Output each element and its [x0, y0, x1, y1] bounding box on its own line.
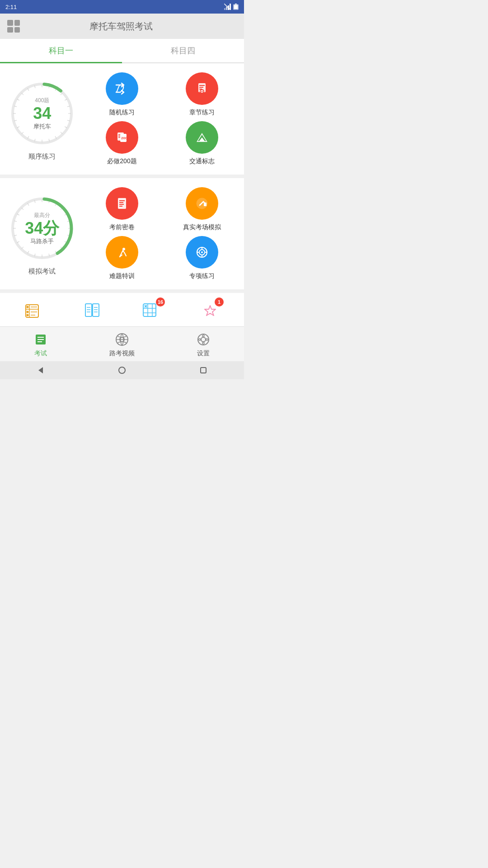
home-button[interactable] — [114, 362, 130, 378]
svg-rect-35 — [199, 85, 205, 86]
traffic-sign-label: 交通标志 — [189, 157, 215, 165]
svg-rect-82 — [204, 203, 206, 206]
nav-road-video-label: 路考视频 — [109, 349, 135, 358]
menu-icon[interactable] — [7, 20, 20, 33]
svg-text:200: 200 — [121, 136, 127, 140]
svg-rect-100 — [85, 304, 92, 316]
favorites-icon-box: 1 — [199, 300, 221, 322]
svg-point-86 — [201, 251, 203, 253]
tab-subject1[interactable]: 科目一 — [0, 39, 122, 62]
svg-point-129 — [119, 367, 125, 373]
bottom-nav: 考试 路考视频 设置 — [0, 326, 244, 361]
notes-tool[interactable] — [82, 300, 103, 322]
svg-rect-53 — [119, 204, 124, 205]
svg-point-125 — [206, 339, 208, 340]
svg-marker-128 — [38, 367, 43, 373]
nav-exam[interactable]: 考试 — [0, 327, 81, 361]
real-exam-item[interactable]: 真实考场模拟 — [164, 187, 239, 231]
practice-dial-caption: 顺序练习 — [28, 152, 56, 161]
svg-point-96 — [27, 314, 29, 316]
hard-training-icon — [106, 236, 138, 269]
svg-rect-52 — [119, 202, 123, 203]
chapter-practice-item[interactable]: 章节练习 — [164, 72, 239, 117]
random-label: 随机练习 — [109, 108, 135, 117]
favorites-badge: 1 — [215, 297, 224, 307]
svg-line-30 — [22, 132, 23, 134]
chapter-label: 章节练习 — [189, 108, 215, 117]
exam-grid: 考前密卷 — [5, 187, 239, 280]
status-icons — [224, 4, 239, 10]
exam-dial[interactable]: 最高分 34分 马路杀手 模拟考试 — [5, 192, 80, 276]
page-title: 摩托车驾照考试 — [20, 20, 222, 33]
status-time: 2:11 — [5, 4, 17, 10]
nav-exam-label: 考试 — [34, 349, 47, 358]
svg-rect-1 — [226, 7, 227, 10]
svg-point-122 — [198, 334, 209, 345]
random-icon — [106, 72, 138, 105]
tab-subject4[interactable]: 科目四 — [122, 39, 244, 62]
wrong-questions-badge: 16 — [156, 297, 165, 307]
notes-icon — [83, 302, 103, 320]
must200-item[interactable]: 200 必做200题 — [84, 121, 160, 165]
svg-point-124 — [199, 339, 201, 340]
favorites-tool[interactable]: 1 — [199, 300, 221, 322]
top-bar: 摩托车驾照考试 — [0, 14, 244, 39]
hard-training-item[interactable]: 难题特训 — [84, 236, 160, 280]
notes-icon-box — [82, 300, 103, 322]
special-practice-label: 专项练习 — [189, 272, 215, 280]
tab-bar: 科目一 科目四 — [0, 39, 244, 63]
svg-line-77 — [22, 247, 23, 249]
nav-road-video[interactable]: 路考视频 — [81, 327, 163, 361]
exam-dial-sublabel: 最高分 — [25, 211, 59, 219]
exam-dial-number: 34分 — [25, 220, 59, 236]
svg-point-123 — [201, 337, 206, 342]
chapter-icon — [186, 72, 218, 105]
real-exam-icon — [186, 187, 218, 220]
svg-rect-6 — [235, 4, 237, 5]
svg-point-40 — [201, 91, 202, 92]
practice-record-icon — [24, 302, 44, 320]
special-practice-icon — [186, 236, 218, 269]
signal-icon — [224, 4, 231, 10]
battery-icon — [233, 4, 239, 10]
svg-rect-36 — [199, 87, 203, 88]
traffic-sign-item[interactable]: 交通标志 — [164, 121, 239, 165]
secret-paper-label: 考前密卷 — [109, 223, 135, 231]
must200-label: 必做200题 — [107, 157, 136, 165]
secret-paper-item[interactable]: 考前密卷 — [84, 187, 160, 231]
svg-rect-130 — [201, 368, 206, 373]
exam-section: 考前密卷 — [0, 178, 244, 289]
traffic-sign-icon — [186, 121, 218, 154]
practice-dial-inner: 400题 34 摩托车 — [33, 96, 51, 130]
exam-dial-type: 马路杀手 — [25, 237, 59, 245]
recents-button[interactable] — [195, 362, 211, 378]
must200-icon: 200 — [106, 121, 138, 154]
svg-rect-0 — [224, 8, 225, 10]
bottom-tools: 16 1 — [0, 293, 244, 326]
svg-rect-51 — [119, 200, 125, 201]
back-button[interactable] — [33, 362, 49, 378]
nav-settings-label: 设置 — [197, 349, 210, 358]
random-practice-item[interactable]: 随机练习 — [84, 72, 160, 117]
svg-point-95 — [27, 311, 29, 313]
svg-line-29 — [28, 136, 29, 138]
special-practice-item[interactable]: 专项练习 — [164, 236, 239, 280]
practice-grid: 随机练习 — [5, 72, 239, 165]
nav-road-video-icon — [114, 331, 130, 348]
svg-point-127 — [202, 342, 204, 344]
wrong-questions-icon-box: 16 — [141, 300, 162, 322]
nav-settings[interactable]: 设置 — [163, 327, 244, 361]
svg-line-76 — [28, 251, 29, 253]
svg-rect-50 — [118, 198, 126, 209]
svg-point-94 — [27, 306, 29, 308]
practice-record-tool[interactable] — [23, 300, 45, 322]
secret-paper-icon — [106, 187, 138, 220]
wrong-questions-tool[interactable]: 16 — [141, 300, 162, 322]
nav-settings-icon — [195, 331, 211, 348]
practice-record-icon-box — [23, 300, 45, 322]
svg-point-126 — [202, 335, 204, 337]
hard-training-label: 难题特训 — [109, 272, 135, 280]
exam-dial-inner: 最高分 34分 马路杀手 — [25, 211, 59, 245]
practice-dial[interactable]: 400题 34 摩托车 顺序练习 — [5, 77, 80, 161]
nav-exam-icon — [33, 331, 49, 348]
